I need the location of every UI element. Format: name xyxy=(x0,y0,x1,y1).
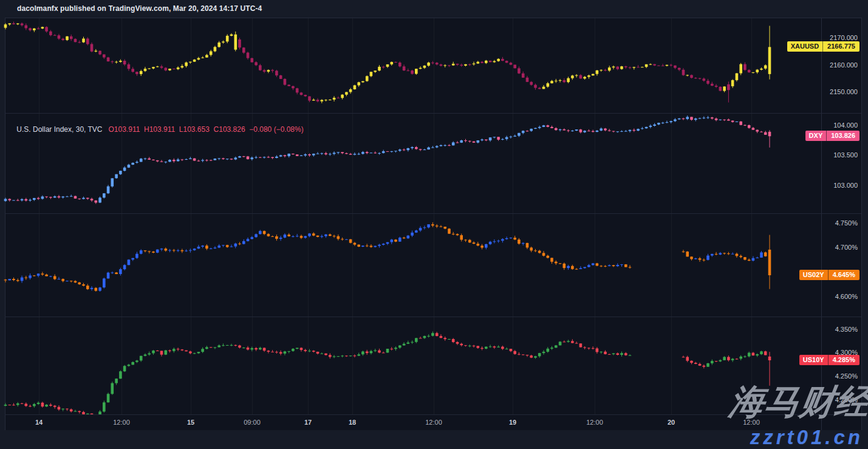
snapshot-header-bar: dacolmanfx published on TradingView.com,… xyxy=(0,0,868,18)
time-axis-label: 20 xyxy=(668,419,675,426)
time-axis-label: 18 xyxy=(349,419,356,426)
y-axis-label-dxy[interactable]: 104.000 xyxy=(833,122,858,129)
y-axis-label-us10y[interactable]: 4.350% xyxy=(835,326,858,333)
attribution-text: dacolmanfx published on TradingView.com,… xyxy=(17,4,262,13)
snapshot-footer-bar: TradingView xyxy=(0,430,868,449)
badge-symbol-label: US02Y xyxy=(799,270,829,280)
dxy-legend-ohlc-values: O103.911 H103.911 L103.653 C103.826 −0.0… xyxy=(109,125,304,134)
badge-price-value: 103.826 xyxy=(827,131,859,141)
price-badge-us10y[interactable]: US10Y4.285% xyxy=(799,355,859,365)
y-axis-label-xauusd[interactable]: 2170.000 xyxy=(830,34,858,41)
tradingview-snapshot: dacolmanfx published on TradingView.com,… xyxy=(0,0,868,449)
price-badge-dxy[interactable]: DXY103.826 xyxy=(805,131,859,141)
time-axis-label: 19 xyxy=(509,419,516,426)
badge-price-value: 4.645% xyxy=(829,270,859,280)
time-axis-label: 15 xyxy=(187,419,194,426)
dxy-legend-title[interactable]: U.S. Dollar Index, 30, TVC xyxy=(16,125,102,134)
time-axis-label: 09:00 xyxy=(244,419,261,426)
badge-price-value: 4.285% xyxy=(829,355,859,365)
badge-price-value: 2166.775 xyxy=(823,41,859,52)
panel-xauusd[interactable] xyxy=(0,18,821,113)
panel-us10y[interactable] xyxy=(0,317,821,414)
y-axis-label-xauusd[interactable]: 2160.000 xyxy=(830,61,858,69)
time-axis-label: 14 xyxy=(35,419,43,426)
price-badge-us02y[interactable]: US02Y4.645% xyxy=(799,270,859,280)
badge-symbol-label: DXY xyxy=(805,131,827,141)
time-axis-label: 12:00 xyxy=(113,419,130,426)
y-axis-label-us02y[interactable]: 4.750% xyxy=(835,219,858,227)
panel-us02y[interactable] xyxy=(0,213,821,317)
y-axis-label-us02y[interactable]: 4.600% xyxy=(835,293,858,300)
frame-right-border xyxy=(861,18,862,430)
y-axis-label-dxy[interactable]: 103.500 xyxy=(833,151,858,159)
dxy-legend[interactable]: U.S. Dollar Index, 30, TVCO103.911 H103.… xyxy=(9,117,304,142)
badge-symbol-label: XAUUSD xyxy=(787,41,823,52)
badge-symbol-label: US10Y xyxy=(799,355,829,365)
y-axis-label-dxy[interactable]: 103.000 xyxy=(833,182,858,189)
time-axis-label: 12:00 xyxy=(586,419,603,426)
price-badge-xauusd[interactable]: XAUUSD2166.775 xyxy=(787,41,859,52)
time-axis-label: 17 xyxy=(304,419,312,426)
watermark-chinese-text: 海马财经 xyxy=(726,379,868,426)
watermark-url-text: zzrt01.cn xyxy=(750,426,863,449)
price-scale-border[interactable] xyxy=(821,18,822,430)
y-axis-label-us02y[interactable]: 4.700% xyxy=(835,244,858,251)
time-axis-label: 12:00 xyxy=(425,419,442,426)
y-axis-label-xauusd[interactable]: 2150.000 xyxy=(830,88,858,95)
